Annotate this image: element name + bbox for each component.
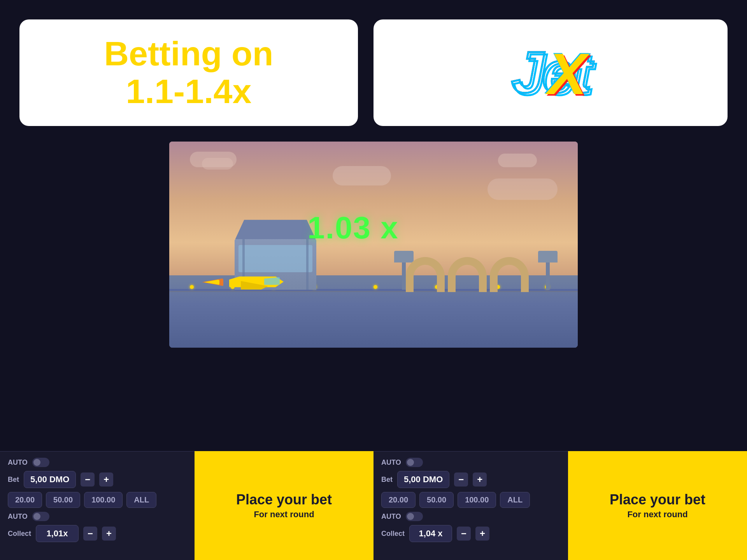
bet-label-left: Bet — [8, 476, 19, 484]
arch-2 — [448, 257, 487, 292]
quick-all-left[interactable]: ALL — [126, 492, 156, 508]
auto-collect-label-right: AUTO — [381, 513, 401, 521]
jetx-logo-container: Jet Jet Jet X — [511, 39, 590, 106]
quick-100-right[interactable]: 100.00 — [458, 492, 496, 508]
place-bet-subtitle-left: For next round — [254, 509, 314, 520]
toggle-collect-knob-right — [407, 513, 414, 520]
tower-pole-right — [546, 262, 550, 290]
arch-1 — [406, 257, 445, 292]
toggle-knob-left — [33, 459, 40, 466]
banner-jetx: Jet Jet Jet X — [374, 19, 728, 126]
bet-amount-row-right: Bet 5,00 DMO − + — [381, 471, 560, 488]
auto-collect-label-left: AUTO — [8, 513, 28, 521]
bet-label-right: Bet — [381, 476, 393, 484]
jet-body-container — [221, 273, 284, 292]
collect-minus-right[interactable]: − — [457, 527, 471, 541]
multiplier-display: 1.03 x — [307, 210, 398, 246]
bottom-panels: AUTO Bet 5,00 DMO − + 20.00 50.00 100.00… — [0, 451, 747, 560]
cloud-4 — [498, 154, 537, 167]
quick-100-left[interactable]: 100.00 — [84, 492, 123, 508]
cloud-2 — [202, 158, 233, 170]
column-2 — [306, 239, 309, 290]
collect-row-left: Collect 1,01x − + — [8, 525, 187, 542]
collect-label-right: Collect — [381, 530, 405, 538]
arch-3 — [490, 257, 529, 292]
bet-minus-left[interactable]: − — [81, 472, 95, 486]
auto-label-right: AUTO — [381, 458, 401, 467]
place-bet-panel-right[interactable]: Place your bet For next round — [568, 451, 747, 560]
quick-50-left[interactable]: 50.00 — [46, 492, 80, 508]
bet-plus-right[interactable]: + — [473, 472, 487, 486]
terminal-roof — [231, 220, 320, 239]
arches-container — [406, 257, 529, 292]
collect-plus-left[interactable]: + — [102, 527, 116, 541]
light-5 — [374, 285, 377, 289]
betting-line1: Betting on — [104, 34, 273, 73]
auto-row-collect-left: AUTO — [8, 512, 187, 521]
bet-value-left: 5,00 DMO — [24, 471, 76, 488]
place-bet-subtitle-right: For next round — [627, 509, 687, 520]
collect-minus-left[interactable]: − — [83, 527, 97, 541]
auto-row-right: AUTO — [381, 458, 560, 467]
collect-label-left: Collect — [8, 530, 31, 538]
terminal-windows — [238, 245, 312, 272]
bet-value-right: 5,00 DMO — [397, 471, 449, 488]
auto-toggle-left[interactable] — [32, 458, 49, 467]
cloud-5 — [487, 178, 558, 200]
jet-plane — [202, 273, 284, 292]
quick-20-right[interactable]: 20.00 — [381, 492, 416, 508]
flame-inner — [204, 280, 219, 285]
quick-bet-row-left: 20.00 50.00 100.00 ALL — [8, 492, 187, 508]
cloud-3 — [333, 166, 391, 186]
place-bet-title-left: Place your bet — [236, 492, 332, 508]
bet-panel-left: AUTO Bet 5,00 DMO − + 20.00 50.00 100.00… — [0, 451, 195, 560]
bet-minus-right[interactable]: − — [454, 472, 468, 486]
multiplier-value: 1.03 x — [307, 210, 398, 245]
bet-amount-row-left: Bet 5,00 DMO − + — [8, 471, 187, 488]
game-canvas: 1.03 x — [169, 142, 578, 348]
top-banners-container: Betting on 1.1-1.4x Jet Jet Jet X — [0, 0, 747, 142]
collect-value-left: 1,01x — [36, 525, 79, 542]
toggle-collect-knob-left — [33, 513, 40, 520]
bet-panel-right: AUTO Bet 5,00 DMO − + 20.00 50.00 100.00… — [374, 451, 568, 560]
bet-plus-left[interactable]: + — [99, 472, 113, 486]
collect-row-right: Collect 1,04 x − + — [381, 525, 560, 542]
banner-betting: Betting on 1.1-1.4x — [19, 19, 358, 126]
toggle-knob-right — [407, 459, 414, 466]
quick-bet-row-right: 20.00 50.00 100.00 ALL — [381, 492, 560, 508]
watchtower-right — [538, 251, 558, 290]
game-area-wrapper: 1.03 x — [0, 142, 747, 348]
quick-all-right[interactable]: ALL — [500, 492, 530, 508]
light-1 — [190, 285, 194, 289]
betting-line2: 1.1-1.4x — [126, 72, 252, 110]
auto-collect-toggle-right[interactable] — [406, 512, 423, 521]
tower-top-right — [538, 251, 558, 262]
place-bet-panel-left[interactable]: Place your bet For next round — [195, 451, 374, 560]
tower-pole-left — [402, 262, 406, 290]
jetx-logo: Jet Jet Jet X — [511, 39, 590, 106]
auto-toggle-right[interactable] — [406, 458, 423, 467]
jetx-x-text: X — [548, 40, 585, 108]
collect-value-right: 1,04 x — [409, 525, 452, 542]
auto-row-collect-right: AUTO — [381, 512, 560, 521]
quick-20-left[interactable]: 20.00 — [8, 492, 42, 508]
betting-text: Betting on 1.1-1.4x — [104, 35, 273, 110]
collect-plus-right[interactable]: + — [475, 527, 489, 541]
auto-row-left: AUTO — [8, 458, 187, 467]
place-bet-title-right: Place your bet — [610, 492, 705, 508]
auto-collect-toggle-left[interactable] — [32, 512, 49, 521]
quick-50-right[interactable]: 50.00 — [419, 492, 454, 508]
auto-label-left: AUTO — [8, 458, 28, 467]
